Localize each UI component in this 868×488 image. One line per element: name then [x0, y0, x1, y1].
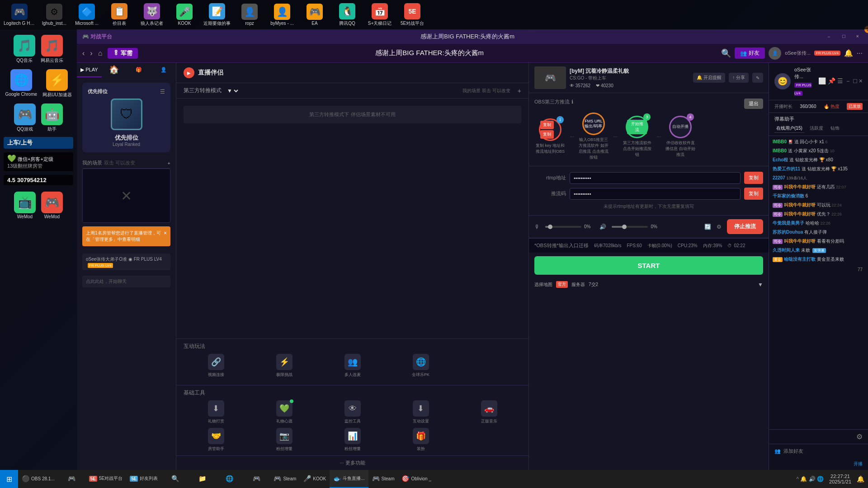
stream-code-input[interactable] [570, 188, 741, 200]
desktop-icon-todo[interactable]: 📝 近期要做的事 [203, 3, 231, 27]
sidebar-icon-assistant[interactable]: 🤖 助手 [39, 102, 65, 134]
taskbar-explorer[interactable]: 📁 [189, 470, 216, 488]
mode-dropdown[interactable]: ▼ [225, 87, 240, 94]
rtmp-copy-btn[interactable]: 复制 [744, 172, 763, 184]
ranked-menu-icon[interactable]: ☰ [160, 89, 165, 95]
sidebar-icon-uu[interactable]: ⚡ 网易UU加速器 [41, 67, 73, 100]
sidebar-icon-wemod[interactable]: 🎮 WeMod [39, 190, 65, 221]
taskbar-edge[interactable]: 🌐 [216, 470, 243, 488]
more-tools-btn[interactable]: ··· 更多功能 [176, 455, 528, 470]
taskbar-search[interactable]: 🔍 [161, 470, 189, 488]
taskbar-friends[interactable]: 5E 好友列表 [126, 470, 161, 488]
chat-close-icon[interactable]: × [859, 77, 863, 85]
start-button[interactable]: ⊞ [0, 470, 18, 488]
tool-music[interactable]: 🚗 正版音乐 [457, 400, 521, 424]
sidebar-icon-aiqiyi[interactable]: 📺 WeMod [12, 190, 38, 221]
sidebar-icon-qqmusic[interactable]: 🎵 QQ音乐 [12, 33, 37, 66]
tool-global-pk[interactable]: 🌐 全球乐PK [388, 354, 453, 378]
user-action-area[interactable]: 点此此处，开始聊天 [82, 276, 170, 287]
tab-online-users[interactable]: 在线用户(15) [774, 124, 804, 133]
nav-home-btn[interactable]: ⌂ [98, 49, 103, 57]
sidebar-icon-qqgame[interactable]: 🎮 QQ游戏 [12, 102, 38, 134]
share-btn[interactable]: ↑ 分享 [729, 73, 749, 83]
obs-copy-btn-1[interactable]: 复制 [540, 121, 554, 129]
add-material-btn[interactable]: + [168, 160, 170, 166]
chat-settings-btn[interactable]: ⚙ [769, 429, 868, 444]
taskbar-oblivion[interactable]: 🎯 Oblivion _ [398, 470, 434, 488]
sidebar-icon-netease[interactable]: 🎵 网易云音乐 [39, 33, 65, 66]
taskbar-steam2[interactable]: 🎮 Steam [368, 470, 398, 488]
taskbar-wemod[interactable]: 🎮 [58, 470, 85, 488]
desktop-icon-microsoft[interactable]: 🔷 Microsoft ... [73, 4, 100, 26]
nav-title-badge[interactable]: 🎖 军需 [108, 48, 138, 59]
tab-activity[interactable]: 🎁 [127, 63, 151, 77]
tool-camera[interactable]: 📷 粉丝增量 [252, 428, 316, 452]
nav-more-icon[interactable]: ··· [857, 49, 863, 57]
map-expand-icon[interactable]: ▼ [758, 282, 763, 288]
open-stream-btn[interactable]: 开播 [769, 458, 868, 470]
tool-room-manager[interactable]: 🤝 房管助手 [184, 428, 248, 452]
desktop-icon-ropz[interactable]: 👤 ropz [236, 4, 263, 26]
desktop-icon-logitech[interactable]: 🎮 Logitech G HUB [4, 4, 35, 26]
maximize-btn[interactable]: □ [839, 33, 849, 41]
chat-min-icon[interactable]: － [845, 77, 851, 85]
tool-gift-wish[interactable]: 💚 礼物心愿 [252, 400, 316, 424]
obs-exit-btn[interactable]: 退出 [744, 99, 763, 109]
sys-audio-slider[interactable] [612, 226, 648, 228]
start-btn[interactable]: START [534, 256, 763, 275]
tool-interactive-settings[interactable]: ⬇ 互动设置 [388, 400, 453, 424]
desktop-icon-wolf[interactable]: 🐺 狼人杀记者 [138, 3, 165, 27]
desktop-icon-lghub[interactable]: ⚙ lghub_inst... [41, 4, 68, 26]
taskbar-douyu[interactable]: 🐟 斗鱼直播... [330, 470, 368, 488]
add-friend-section[interactable]: 👥 添加好友 [769, 444, 868, 458]
tool-fans-increase[interactable]: 📊 粉丝增量 [320, 428, 385, 452]
stop-stream-btn[interactable]: 停止推流 [727, 219, 763, 234]
tool-monitor[interactable]: 👁 监控工具 [320, 400, 385, 424]
notification-close-btn[interactable]: × [164, 230, 167, 236]
desktop-icon-qq[interactable]: 🐧 腾讯QQ [334, 3, 361, 27]
notify-btn[interactable]: 🔔 开启提醒 [693, 73, 725, 83]
tab-activity[interactable]: 活跃度 [808, 124, 825, 133]
chat-pin-icon[interactable]: 📌 [828, 77, 835, 85]
chat-menu-icon[interactable]: ☰ [837, 77, 843, 85]
notification-center-btn[interactable]: 🔔 [857, 475, 864, 483]
settings-icon[interactable]: ⚙ [717, 224, 722, 230]
nav-bell-icon[interactable]: 🔔 [844, 49, 853, 57]
close-btn[interactable]: × [853, 33, 863, 41]
taskbar-obs[interactable]: ⚫ OBS 28.1... [18, 470, 58, 488]
tool-multi-mic[interactable]: 👥 多人连麦 [320, 354, 385, 378]
nav-search-icon[interactable]: 🔍 [721, 48, 731, 58]
add-material-icon[interactable]: + [518, 87, 521, 94]
obs-start-push-btn[interactable]: 开始推流 [627, 120, 647, 134]
sidebar-icon-chrome[interactable]: 🌐 Google Chrome [3, 67, 39, 100]
taskbar-kook[interactable]: 🎤 KOOK [300, 470, 330, 488]
desktop-icon-5e[interactable]: 5E 5E对战平台 [399, 3, 426, 27]
nav-forward-btn[interactable]: › [90, 49, 92, 57]
tab-stream[interactable]: 🏠 [102, 63, 127, 77]
taskbar-steam[interactable]: 🎮 Steam [270, 470, 300, 488]
tool-extreme[interactable]: ⚡ 极限挑战 [252, 354, 316, 378]
refresh-icon[interactable]: 🔄 [704, 224, 711, 230]
minimize-btn[interactable]: － [823, 33, 835, 41]
taskbar-game1[interactable]: 🎮 [243, 470, 270, 488]
chat-screen-icon[interactable]: ⬜ [818, 77, 826, 85]
taskbar-5e[interactable]: 5E 5E对战平台 [85, 470, 126, 488]
nav-friends-button[interactable]: 👥 好友 [735, 47, 765, 59]
desktop-icon-kook[interactable]: 🎤 KOOK [171, 4, 198, 26]
mic-icon[interactable]: 🎙 [534, 224, 540, 230]
tool-outfit[interactable]: 🎁 装扮 [388, 428, 453, 452]
tool-gift[interactable]: ⬇ 礼物打赏 [184, 400, 248, 424]
desktop-icon-bymes[interactable]: 👤 byMyes - ... [269, 4, 296, 26]
desktop-icon-pricelist[interactable]: 📋 价目表 [106, 3, 133, 27]
rtmp-input[interactable] [570, 172, 741, 184]
edit-btn[interactable]: ✎ [752, 73, 763, 83]
chat-max-icon[interactable]: □ [853, 77, 857, 85]
tab-diamond[interactable]: 钻饰 [829, 124, 841, 133]
nav-back-btn[interactable]: ‹ [82, 49, 85, 57]
desktop-icon-ea[interactable]: 🎮 EA [301, 4, 328, 26]
tool-video-connect[interactable]: 🔗 视频连接 [184, 354, 248, 378]
tab-army-supplies[interactable]: ▶ PLAY [77, 63, 102, 77]
tab-settings[interactable]: 👤 [151, 63, 176, 77]
mic-slider[interactable] [545, 226, 581, 228]
speaker-icon[interactable]: 🔊 [599, 224, 606, 230]
